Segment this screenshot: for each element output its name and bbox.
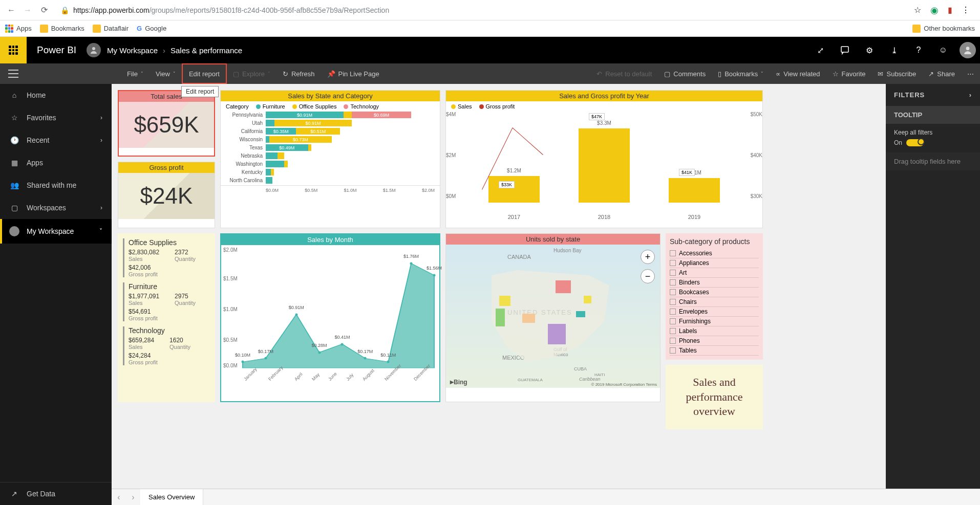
apps-button[interactable]: Apps xyxy=(5,25,32,33)
slicer-item[interactable]: Chairs xyxy=(670,297,759,307)
other-bookmarks[interactable]: Other bookmarks xyxy=(912,25,975,33)
avatar-icon xyxy=(87,43,101,57)
tab-prev[interactable]: ‹ xyxy=(112,493,126,502)
sidebar-item-apps[interactable]: ▦Apps xyxy=(0,151,112,174)
sidebar-item-favorites[interactable]: ☆Favorites› xyxy=(0,106,112,129)
help-button[interactable]: ? xyxy=(906,37,931,63)
chart-sales-by-state[interactable]: Sales by State and Category Category Fur… xyxy=(220,90,440,228)
share-button[interactable]: ↗Share xyxy=(922,63,961,84)
favorite-button[interactable]: ☆Favorite xyxy=(826,63,872,84)
file-menu[interactable]: File ˅ xyxy=(121,63,150,84)
title-card: Sales and performance overview xyxy=(666,365,763,429)
reset-button[interactable]: ↶Reset to default xyxy=(590,63,658,84)
breadcrumb-workspace[interactable]: My Workspace xyxy=(107,46,158,55)
breadcrumb-report[interactable]: Sales & performance xyxy=(171,46,242,55)
category-summary-panel[interactable]: Office Supplies$2,830,082Sales2372Quanti… xyxy=(118,233,215,402)
pin-button[interactable]: 📌Pin Live Page xyxy=(321,63,386,84)
chart-title: Sales by Month xyxy=(221,234,439,245)
sidebar-item-getdata[interactable]: ↗Get Data xyxy=(0,482,112,505)
chart-sales-by-month[interactable]: Sales by Month $2.0M $1.5M $1.0M $0.5M $… xyxy=(220,233,440,402)
more-button[interactable]: ⋯ xyxy=(961,63,980,84)
edit-report-button[interactable]: Edit report xyxy=(182,63,227,84)
chat-button[interactable] xyxy=(833,37,857,63)
svg-rect-9 xyxy=(576,311,585,317)
slicer-item[interactable]: Binders xyxy=(670,278,759,288)
chart-legend: Category Furniture Office Supplies Techn… xyxy=(221,101,440,112)
kpi-total-sales[interactable]: Total sales $659K xyxy=(118,90,215,157)
tab-next[interactable]: › xyxy=(126,493,140,502)
nav-sidebar: ⌂Home ☆Favorites› 🕐Recent› ▦Apps 👥Shared… xyxy=(0,84,112,505)
keep-filters-label: Keep all filters xyxy=(894,129,972,136)
kpi-value: $659K xyxy=(119,102,214,148)
bookmark-folder[interactable]: Dataflair xyxy=(93,25,129,33)
report-toolbar: File ˅ View ˅ Edit report ▢Explore ˅ ↻Re… xyxy=(0,63,980,84)
settings-button[interactable]: ⚙ xyxy=(857,37,882,63)
slicer-item[interactable]: Envelopes xyxy=(670,307,759,317)
chart-title: Units sold by state xyxy=(446,234,660,245)
slicer-item[interactable]: Accessories xyxy=(670,249,759,258)
fullscreen-button[interactable]: ⤢ xyxy=(808,37,833,63)
address-bar[interactable]: 🔒 https://app.powerbi.com/groups/me/repo… xyxy=(54,3,910,18)
kpi-title: Gross profit xyxy=(118,162,215,173)
bookmarks-menu[interactable]: ▯Bookmarks ˅ xyxy=(712,63,770,84)
back-button[interactable]: ← xyxy=(5,4,17,16)
forward-button[interactable]: → xyxy=(22,4,34,16)
bookmark-bar: Apps Bookmarks Dataflair GGoogle Other b… xyxy=(0,20,980,37)
map-attribution: © 2019 Microsoft Corporation Terms xyxy=(591,382,657,387)
slicer-item[interactable]: Furnishings xyxy=(670,317,759,326)
comments-button[interactable]: ▢Comments xyxy=(658,63,712,84)
star-icon[interactable]: ☆ xyxy=(914,5,921,15)
filters-panel: FILTERS› TOOLTIP Keep all filters On Dra… xyxy=(886,84,980,505)
sidebar-toggle[interactable] xyxy=(8,70,18,78)
extension-icon[interactable]: ◉ xyxy=(930,5,939,16)
app-launcher[interactable] xyxy=(0,37,27,63)
svg-rect-4 xyxy=(499,296,510,306)
app-header: Power BI My Workspace › Sales & performa… xyxy=(0,37,980,63)
tooltip-drop-zone[interactable]: Drag tooltip fields here xyxy=(886,152,980,170)
subscribe-button[interactable]: ✉Subscribe xyxy=(871,63,922,84)
menu-icon[interactable]: ⋮ xyxy=(962,5,970,15)
svg-rect-8 xyxy=(548,324,566,344)
svg-point-2 xyxy=(966,47,970,50)
bookmark-folder[interactable]: Bookmarks xyxy=(40,25,84,33)
view-menu[interactable]: View ˅ xyxy=(150,63,182,84)
brand-label: Power BI xyxy=(27,45,87,56)
svg-rect-6 xyxy=(522,314,535,323)
chart-title: Sales by State and Category xyxy=(221,91,440,101)
sidebar-item-recent[interactable]: 🕐Recent› xyxy=(0,129,112,151)
slicer-item[interactable]: Labels xyxy=(670,326,759,336)
kpi-gross-profit[interactable]: Gross profit $24K xyxy=(118,162,215,228)
slicer-item[interactable]: Art xyxy=(670,268,759,278)
lock-icon: 🔒 xyxy=(60,6,69,14)
download-button[interactable]: ⤓ xyxy=(882,37,906,63)
slicer-subcategory[interactable]: Sub-category of products AccessoriesAppl… xyxy=(666,233,763,360)
view-related-button[interactable]: ∝View related xyxy=(770,63,826,84)
explore-menu[interactable]: ▢Explore ˅ xyxy=(227,63,276,84)
slicer-item[interactable]: Tables xyxy=(670,346,759,356)
slicer-item[interactable]: Bookcases xyxy=(670,288,759,297)
sidebar-item-shared[interactable]: 👥Shared with me xyxy=(0,174,112,196)
reload-button[interactable]: ⟳ xyxy=(38,4,50,16)
tab-sales-overview[interactable]: Sales Overview xyxy=(140,489,203,505)
map-units-by-state[interactable]: Units sold by state + − CANADA Hudson Ba… xyxy=(445,233,661,402)
refresh-button[interactable]: ↻Refresh xyxy=(276,63,321,84)
slicer-item[interactable]: Appliances xyxy=(670,258,759,268)
chart-title: Sales and Gross profit by Year xyxy=(446,91,762,101)
profile-button[interactable] xyxy=(955,37,980,63)
chart-sales-by-year[interactable]: Sales and Gross profit by Year Sales Gro… xyxy=(445,90,763,228)
svg-rect-1 xyxy=(841,47,848,52)
keep-filters-toggle[interactable]: On xyxy=(894,139,972,146)
extension-icon-2[interactable]: ▮ xyxy=(948,5,952,15)
tooltip: Edit report xyxy=(181,86,219,97)
bing-logo: ▸Bing xyxy=(450,378,467,386)
tooltip-section[interactable]: TOOLTIP xyxy=(886,106,980,124)
sidebar-item-myworkspace[interactable]: My Workspace˅ xyxy=(0,219,112,244)
bookmark-google[interactable]: GGoogle xyxy=(137,25,166,32)
feedback-button[interactable]: ☺ xyxy=(931,37,955,63)
sidebar-item-workspaces[interactable]: ▢Workspaces› xyxy=(0,196,112,219)
filters-header[interactable]: FILTERS› xyxy=(886,84,980,106)
sidebar-item-home[interactable]: ⌂Home xyxy=(0,84,112,106)
slicer-item[interactable]: Phones xyxy=(670,336,759,346)
chart-legend: Sales Gross profit xyxy=(446,101,762,112)
svg-point-0 xyxy=(92,47,95,50)
